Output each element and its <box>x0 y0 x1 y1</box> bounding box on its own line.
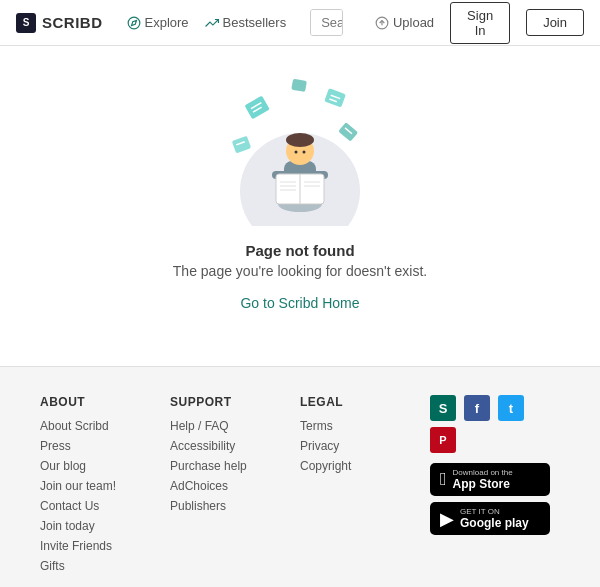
illustration <box>220 66 380 226</box>
footer-support-title: SUPPORT <box>170 395 260 409</box>
google-play-badge[interactable]: ▶ GET IT ON Google play <box>430 502 550 535</box>
svg-rect-10 <box>324 88 346 107</box>
footer-link-about-scribd[interactable]: About Scribd <box>40 419 130 433</box>
google-play-icon: ▶ <box>440 508 454 530</box>
footer-link-privacy[interactable]: Privacy <box>300 439 390 453</box>
svg-rect-15 <box>232 136 251 154</box>
footer-link-press[interactable]: Press <box>40 439 130 453</box>
footer-link-gifts[interactable]: Gifts <box>40 559 130 573</box>
footer-link-invite[interactable]: Invite Friends <box>40 539 130 553</box>
trending-up-icon <box>205 16 219 30</box>
svg-point-0 <box>128 17 140 29</box>
go-home-link[interactable]: Go to Scribd Home <box>240 295 359 311</box>
svg-rect-7 <box>245 96 270 120</box>
svg-point-32 <box>303 151 306 154</box>
error-title: Page not found <box>245 242 354 259</box>
footer-top: ABOUT About Scribd Press Our blog Join o… <box>40 395 560 579</box>
logo-area[interactable]: S SCRIBD <box>16 13 103 33</box>
error-illustration <box>220 66 380 226</box>
footer-link-contact[interactable]: Contact Us <box>40 499 130 513</box>
footer-link-blog[interactable]: Our blog <box>40 459 130 473</box>
apple-icon:  <box>440 469 447 490</box>
footer-link-publishers[interactable]: Publishers <box>170 499 260 513</box>
footer-link-help[interactable]: Help / FAQ <box>170 419 260 433</box>
google-play-text: GET IT ON Google play <box>460 507 529 530</box>
footer-about-col: ABOUT About Scribd Press Our blog Join o… <box>40 395 130 579</box>
footer: ABOUT About Scribd Press Our blog Join o… <box>0 366 600 587</box>
svg-rect-13 <box>338 122 358 141</box>
upload-button[interactable]: Upload <box>375 15 434 30</box>
error-subtitle: The page you're looking for doesn't exis… <box>173 263 427 279</box>
footer-link-terms[interactable]: Terms <box>300 419 390 433</box>
facebook-icon[interactable]: f <box>464 395 490 421</box>
svg-point-31 <box>295 151 298 154</box>
footer-link-copyright[interactable]: Copyright <box>300 459 390 473</box>
svg-marker-1 <box>131 20 136 25</box>
nav-explore[interactable]: Explore <box>127 15 189 30</box>
header: S SCRIBD Explore Bestsellers Upload Sign… <box>0 0 600 46</box>
app-store-badge[interactable]:  Download on the App Store <box>430 463 550 496</box>
footer-about-title: ABOUT <box>40 395 130 409</box>
app-store-text: Download on the App Store <box>453 468 513 491</box>
logo-text[interactable]: SCRIBD <box>42 14 103 31</box>
footer-link-adchoices[interactable]: AdChoices <box>170 479 260 493</box>
compass-icon <box>127 16 141 30</box>
scribd-social-icon[interactable]: S <box>430 395 456 421</box>
search-input[interactable] <box>311 10 343 35</box>
upload-icon <box>375 16 389 30</box>
main-content: Page not found The page you're looking f… <box>0 46 600 366</box>
scribd-logo-icon: S <box>16 13 36 33</box>
svg-point-30 <box>286 133 314 147</box>
footer-link-purchase[interactable]: Purchase help <box>170 459 260 473</box>
footer-legal-title: LEGAL <box>300 395 390 409</box>
footer-link-join-today[interactable]: Join today <box>40 519 130 533</box>
footer-link-accessibility[interactable]: Accessibility <box>170 439 260 453</box>
nav-bestsellers[interactable]: Bestsellers <box>205 15 287 30</box>
svg-rect-17 <box>291 79 307 92</box>
footer-legal-col: LEGAL Terms Privacy Copyright <box>300 395 390 579</box>
signin-button[interactable]: Sign In <box>450 2 510 44</box>
twitter-icon[interactable]: t <box>498 395 524 421</box>
pinterest-icon[interactable]: P <box>430 427 456 453</box>
join-button[interactable]: Join <box>526 9 584 36</box>
social-icons-row1: S f t <box>430 395 550 421</box>
social-icons-row2: P <box>430 427 550 453</box>
search-bar <box>310 9 343 36</box>
footer-support-col: SUPPORT Help / FAQ Accessibility Purchas… <box>170 395 260 579</box>
footer-link-join-team[interactable]: Join our team! <box>40 479 130 493</box>
footer-social-col: S f t P  Download on the App Store ▶ GE… <box>430 395 550 579</box>
